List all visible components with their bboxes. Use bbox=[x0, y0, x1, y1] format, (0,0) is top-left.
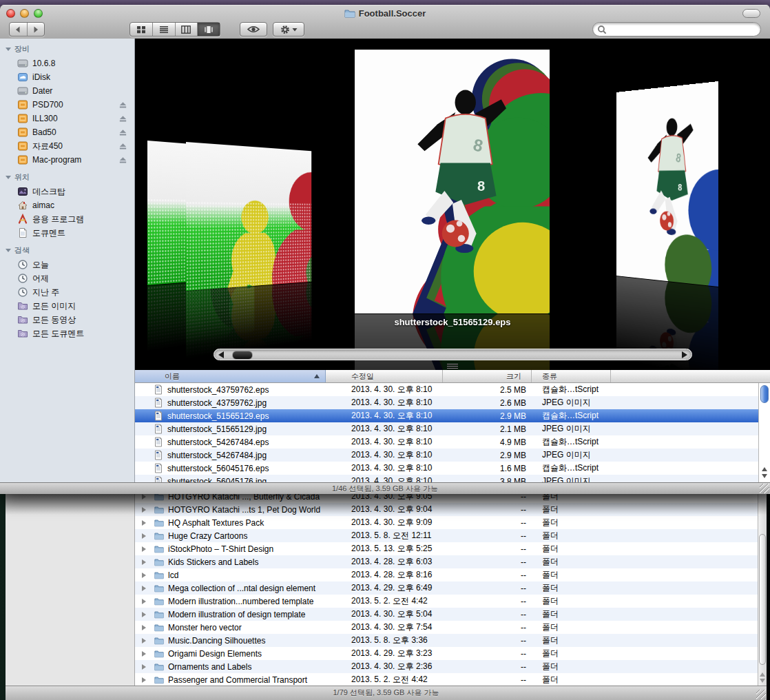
sidebar-item[interactable]: 모든 도큐멘트 bbox=[0, 327, 134, 340]
table-row[interactable]: shutterstock_51565129.jpg 2013. 4. 30. 오… bbox=[135, 422, 758, 435]
sidebar-item[interactable]: PSD700 bbox=[0, 98, 134, 112]
disclosure-triangle-icon[interactable] bbox=[142, 559, 146, 565]
table-row[interactable]: Kids Stickers and Labels 2013. 4. 28. 오후… bbox=[135, 555, 758, 568]
table-row[interactable]: shutterstock_43759762.jpg 2013. 4. 30. 오… bbox=[135, 396, 758, 409]
coverflow-view-button[interactable] bbox=[198, 23, 220, 36]
column-header-name[interactable]: 이름 bbox=[135, 370, 326, 382]
sidebar-item[interactable]: iDisk bbox=[0, 70, 134, 84]
eject-icon[interactable] bbox=[118, 101, 127, 110]
resize-grip[interactable] bbox=[756, 690, 766, 699]
sidebar-item[interactable]: 오늘 bbox=[0, 258, 134, 271]
search-input[interactable] bbox=[610, 24, 756, 35]
sidebar-item[interactable]: 10.6.8 bbox=[0, 56, 134, 70]
column-view-button[interactable] bbox=[176, 23, 198, 36]
sidebar-section-header[interactable]: 검색 bbox=[0, 240, 134, 258]
scroll-up-icon[interactable] bbox=[762, 467, 767, 471]
table-row[interactable]: iStockPhoto – T-Shirt Design 2013. 5. 13… bbox=[135, 542, 758, 555]
background-finder-window[interactable]: HOTGYRO Katachi ..., Butterfly & Cicada … bbox=[6, 494, 767, 700]
table-row[interactable]: Mega collection of ...ntal design elemen… bbox=[135, 581, 758, 595]
scroll-up-icon[interactable] bbox=[760, 672, 765, 677]
coverflow-area[interactable]: shutterstock_51565129.eps bbox=[135, 39, 770, 370]
forward-button[interactable] bbox=[28, 23, 45, 36]
search-field[interactable] bbox=[592, 22, 761, 37]
sidebar-item[interactable]: 모든 동영상 bbox=[0, 313, 134, 327]
back-button[interactable] bbox=[10, 23, 28, 36]
action-menu-button[interactable] bbox=[273, 22, 304, 37]
sidebar-section-header[interactable]: 위치 bbox=[0, 167, 134, 185]
table-row[interactable]: HOTGYRO Katachi ..., Butterfly & Cicada … bbox=[135, 494, 758, 503]
column-header-kind[interactable]: 종류 bbox=[532, 370, 611, 382]
table-row[interactable]: shutterstock_56045176.jpg 2013. 4. 30. 오… bbox=[135, 475, 758, 482]
disclosure-triangle-icon[interactable] bbox=[142, 677, 146, 683]
sidebar-item[interactable]: 데스크탑 bbox=[0, 185, 134, 198]
sidebar-item[interactable]: aimac bbox=[0, 198, 134, 212]
resize-grip[interactable] bbox=[760, 484, 769, 493]
sidebar-section-header[interactable]: 장비 bbox=[0, 39, 134, 56]
quick-look-button[interactable] bbox=[240, 22, 267, 37]
disclosure-triangle-icon[interactable] bbox=[142, 651, 146, 657]
table-row[interactable]: shutterstock_51565129.eps 2013. 4. 30. 오… bbox=[135, 409, 758, 422]
table-row[interactable]: shutterstock_54267484.eps 2013. 4. 30. 오… bbox=[135, 435, 758, 449]
disclosure-triangle-icon[interactable] bbox=[142, 520, 146, 526]
coverflow-item-selected[interactable] bbox=[355, 50, 550, 313]
eject-icon[interactable] bbox=[118, 128, 127, 137]
table-row[interactable]: shutterstock_56045176.eps 2013. 4. 30. 오… bbox=[135, 462, 758, 475]
list-scrollbar[interactable] bbox=[758, 383, 770, 482]
table-row[interactable]: Music.Dancing Silhouettes 2013. 5. 8. 오후… bbox=[135, 634, 758, 647]
disclosure-triangle-icon[interactable] bbox=[142, 612, 146, 617]
eject-icon[interactable] bbox=[118, 156, 127, 165]
table-row[interactable]: shutterstock_43759762.eps 2013. 4. 30. 오… bbox=[135, 383, 758, 396]
coverflow-scrollbar[interactable] bbox=[214, 349, 692, 360]
column-header-date[interactable]: 수정일 bbox=[326, 370, 443, 382]
sidebar-item[interactable]: 어제 bbox=[0, 271, 134, 285]
sidebar-item[interactable]: 도큐멘트 bbox=[0, 226, 134, 240]
scrollbar-thumb[interactable] bbox=[232, 351, 253, 360]
sidebar-item[interactable]: 모든 이미지 bbox=[0, 299, 134, 313]
table-row[interactable]: shutterstock_54267484.jpg 2013. 4. 30. 오… bbox=[135, 449, 758, 462]
table-row[interactable]: Huge Crazy Cartoons 2013. 5. 8. 오전 12:11… bbox=[135, 529, 758, 542]
disclosure-triangle-icon[interactable] bbox=[142, 586, 146, 591]
table-row[interactable]: Modern illustration of design template 2… bbox=[135, 608, 758, 621]
disclosure-triangle-icon[interactable] bbox=[142, 494, 146, 500]
scrollbar-thumb[interactable] bbox=[760, 385, 769, 403]
list-view-button[interactable] bbox=[153, 23, 176, 36]
eject-icon[interactable] bbox=[118, 142, 127, 151]
scrollbar-thumb[interactable] bbox=[759, 534, 766, 665]
sidebar-item[interactable]: Bad50 bbox=[0, 125, 134, 139]
coverflow-item[interactable] bbox=[616, 81, 718, 287]
coverflow-item[interactable] bbox=[186, 142, 311, 291]
sidebar-item[interactable]: 자료450 bbox=[0, 139, 134, 153]
scroll-down-icon[interactable] bbox=[760, 679, 765, 683]
title-bar[interactable]: Football.Soccer bbox=[0, 5, 770, 19]
table-row[interactable]: Passenger and Commercial Transport 2013.… bbox=[135, 673, 758, 686]
table-row[interactable]: Monster hero vector 2013. 4. 30. 오후 7:54… bbox=[135, 621, 758, 634]
scroll-down-icon[interactable] bbox=[762, 474, 767, 478]
icon-view-button[interactable] bbox=[130, 23, 153, 36]
background-scrollbar[interactable] bbox=[758, 494, 767, 686]
disclosure-triangle-icon[interactable] bbox=[142, 625, 146, 630]
table-row[interactable]: Ornaments and Labels 2013. 4. 30. 오후 2:3… bbox=[135, 660, 758, 673]
toolbar-toggle-button[interactable] bbox=[742, 9, 760, 18]
disclosure-triangle-icon[interactable] bbox=[142, 638, 146, 644]
table-row[interactable]: HOTGYRO Katachi ...ts 1, Pet Dog World 2… bbox=[135, 503, 758, 516]
table-row[interactable]: lcd 2013. 4. 28. 오후 8:16 -- 폴더 bbox=[135, 568, 758, 581]
column-header-size[interactable]: 크기 bbox=[443, 370, 532, 382]
disclosure-triangle-icon[interactable] bbox=[142, 664, 146, 670]
sidebar-item[interactable]: Dater bbox=[0, 84, 134, 98]
disclosure-triangle-icon[interactable] bbox=[142, 599, 146, 604]
sidebar-item[interactable]: Mac-program bbox=[0, 153, 134, 167]
table-row[interactable]: Origami Design Elements 2013. 4. 29. 오후 … bbox=[135, 647, 758, 660]
eject-icon[interactable] bbox=[118, 114, 127, 123]
disclosure-triangle-icon[interactable] bbox=[142, 507, 146, 513]
scroll-right-icon[interactable] bbox=[682, 351, 687, 358]
pane-resize-handle[interactable] bbox=[447, 362, 458, 370]
table-row[interactable]: HQ Asphalt Textures Pack 2013. 4. 30. 오후… bbox=[135, 516, 758, 529]
table-row[interactable]: Modern illustration...numbered template … bbox=[135, 595, 758, 608]
sidebar-item[interactable]: 응용 프로그램 bbox=[0, 212, 134, 226]
disclosure-triangle-icon[interactable] bbox=[142, 573, 146, 578]
sidebar-item[interactable]: ILL300 bbox=[0, 112, 134, 125]
scroll-left-icon[interactable] bbox=[218, 351, 224, 358]
disclosure-triangle-icon[interactable] bbox=[142, 546, 146, 552]
disclosure-triangle-icon[interactable] bbox=[142, 533, 146, 539]
sidebar-item[interactable]: 지난 주 bbox=[0, 285, 134, 299]
